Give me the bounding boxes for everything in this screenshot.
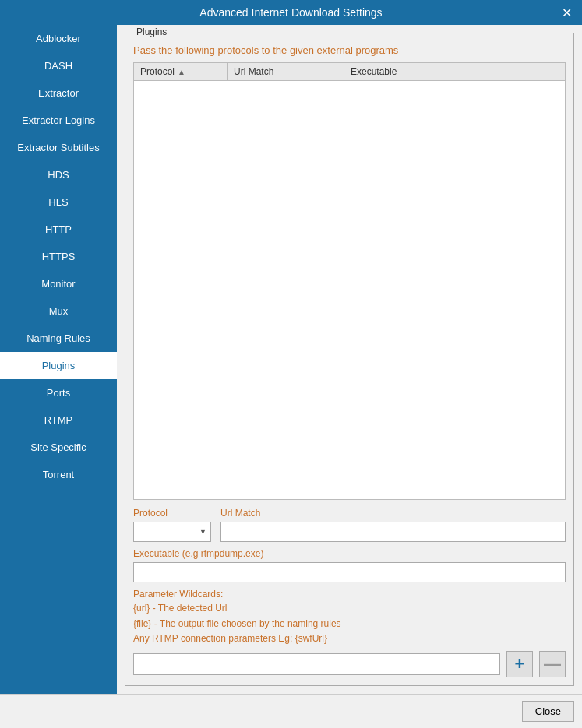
sidebar-item-hls[interactable]: HLS bbox=[0, 188, 117, 216]
sidebar-item-site-specific[interactable]: Site Specific bbox=[0, 434, 117, 461]
wildcards-line3: Any RTMP connection parameters Eg: {swfU… bbox=[133, 631, 566, 646]
protocol-group: Protocol RTMP HTTP HTTPS HLS DASH bbox=[133, 508, 211, 542]
sidebar-item-adblocker[interactable]: Adblocker bbox=[0, 25, 117, 52]
table-header: Protocol ▲ Url Match Executable bbox=[134, 63, 565, 81]
wildcards-section: Parameter Wildcards: {url} - The detecte… bbox=[133, 589, 566, 646]
sidebar-item-naming-rules[interactable]: Naming Rules bbox=[0, 325, 117, 352]
column-header-protocol[interactable]: Protocol ▲ bbox=[134, 63, 228, 80]
protocol-select-wrapper: RTMP HTTP HTTPS HLS DASH bbox=[133, 522, 211, 542]
sidebar-item-ports[interactable]: Ports bbox=[0, 379, 117, 406]
sidebar-item-hds[interactable]: HDS bbox=[0, 161, 117, 188]
sidebar-item-extractor[interactable]: Extractor bbox=[0, 79, 117, 107]
protocol-select[interactable]: RTMP HTTP HTTPS HLS DASH bbox=[133, 522, 211, 542]
sidebar-item-dash[interactable]: DASH bbox=[0, 52, 117, 79]
sidebar-item-https[interactable]: HTTPS bbox=[0, 243, 117, 270]
main-window: Advanced Internet Download Settings ✕ Ad… bbox=[0, 0, 582, 728]
wildcards-title: Parameter Wildcards: bbox=[133, 589, 566, 600]
plugins-group: Plugins Pass the following protocols to … bbox=[125, 33, 574, 686]
parameter-input[interactable] bbox=[133, 653, 500, 675]
form-row-executable: Executable (e.g rtmpdump.exe) bbox=[133, 548, 566, 582]
bottom-row: + — bbox=[133, 651, 566, 677]
close-button[interactable]: Close bbox=[522, 701, 574, 722]
content-area: Plugins Pass the following protocols to … bbox=[117, 25, 582, 694]
plugins-description: Pass the following protocols to the give… bbox=[133, 44, 566, 56]
urlmatch-label: Url Match bbox=[220, 508, 566, 519]
close-window-button[interactable]: ✕ bbox=[557, 3, 576, 22]
sidebar-item-plugins[interactable]: Plugins bbox=[0, 352, 117, 379]
executable-group: Executable (e.g rtmpdump.exe) bbox=[133, 548, 566, 582]
add-form: Protocol RTMP HTTP HTTPS HLS DASH bbox=[133, 508, 566, 677]
add-button[interactable]: + bbox=[506, 651, 533, 677]
sidebar-item-monitor[interactable]: Monitor bbox=[0, 270, 117, 297]
urlmatch-group: Url Match bbox=[220, 508, 566, 542]
sidebar-item-rtmp[interactable]: RTMP bbox=[0, 406, 117, 434]
column-header-executable[interactable]: Executable bbox=[344, 63, 565, 80]
executable-input[interactable] bbox=[133, 562, 566, 582]
urlmatch-input[interactable] bbox=[220, 522, 566, 542]
sidebar-item-extractor-subtitles[interactable]: Extractor Subtitles bbox=[0, 134, 117, 161]
sidebar-item-torrent[interactable]: Torrent bbox=[0, 461, 117, 488]
sort-icon-protocol: ▲ bbox=[178, 68, 185, 76]
window-title: Advanced Internet Download Settings bbox=[199, 6, 382, 19]
form-row-top: Protocol RTMP HTTP HTTPS HLS DASH bbox=[133, 508, 566, 542]
sidebar-item-extractor-logins[interactable]: Extractor Logins bbox=[0, 107, 117, 134]
wildcards-line1: {url} - The detected Url bbox=[133, 601, 566, 616]
sidebar-item-http[interactable]: HTTP bbox=[0, 216, 117, 243]
executable-label: Executable (e.g rtmpdump.exe) bbox=[133, 548, 566, 559]
column-header-urlmatch[interactable]: Url Match bbox=[228, 63, 344, 80]
footer: Close bbox=[0, 694, 582, 728]
wildcards-line2: {file} - The output file choosen by the … bbox=[133, 617, 566, 631]
sidebar: AdblockerDASHExtractorExtractor LoginsEx… bbox=[0, 25, 117, 694]
main-layout: AdblockerDASHExtractorExtractor LoginsEx… bbox=[0, 25, 582, 694]
protocol-label: Protocol bbox=[133, 508, 211, 519]
plugins-group-label: Plugins bbox=[133, 26, 170, 37]
remove-button[interactable]: — bbox=[539, 651, 566, 677]
title-bar: Advanced Internet Download Settings ✕ bbox=[0, 0, 582, 25]
plugins-table-container: Protocol ▲ Url Match Executable bbox=[133, 62, 566, 500]
sidebar-item-mux[interactable]: Mux bbox=[0, 297, 117, 325]
